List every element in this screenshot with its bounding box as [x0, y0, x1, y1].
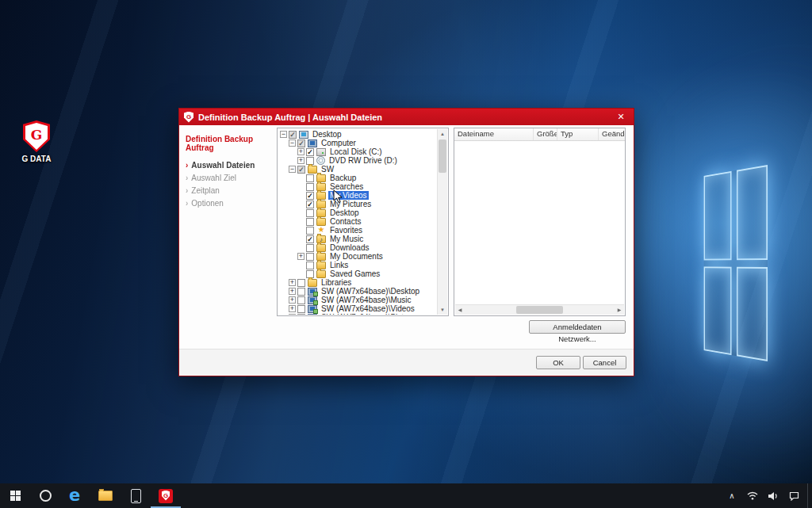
sidebar-item-auswahl-ziel[interactable]: ›Auswahl Ziel: [186, 173, 274, 183]
tree-item-label[interactable]: My Documents: [328, 252, 385, 261]
tree-item-label[interactable]: Computer: [320, 139, 358, 147]
tree-item[interactable]: Downloads: [278, 243, 436, 252]
tree-item-label[interactable]: SW (AW7x64base)\Desktop: [320, 287, 421, 296]
tree-item-label[interactable]: Saved Games: [328, 269, 381, 278]
tree-item-label[interactable]: SW (AW7x64base)\Videos: [320, 304, 416, 313]
tree-item[interactable]: My Documents: [278, 252, 436, 261]
checkbox[interactable]: [306, 209, 314, 217]
expand-toggle[interactable]: [289, 288, 296, 295]
tree-item-label[interactable]: Favorites: [328, 226, 364, 235]
desktop-icon-gdata[interactable]: G DATA: [13, 120, 60, 163]
scroll-down-arrow[interactable]: ▼: [438, 305, 447, 315]
network-credentials-button[interactable]: Anmeldedaten Netzwerk...: [529, 320, 626, 334]
tree-item[interactable]: Favorites: [278, 226, 436, 235]
cancel-button[interactable]: Cancel: [583, 356, 626, 369]
close-icon[interactable]: ✕: [613, 112, 629, 122]
tree-item[interactable]: SW (AW7x64base)\Music: [278, 296, 436, 304]
edge-browser-button[interactable]: [60, 483, 90, 508]
checkbox[interactable]: [289, 131, 297, 139]
tree-item[interactable]: My Music: [278, 235, 436, 243]
tree-item-label[interactable]: My Videos: [328, 191, 369, 200]
tree-item-label[interactable]: Links: [328, 261, 350, 269]
tree-item-label[interactable]: Local Disk (C:): [328, 147, 384, 156]
checkbox[interactable]: [297, 279, 305, 287]
tree-item[interactable]: Searches: [278, 182, 436, 191]
checkbox[interactable]: [297, 314, 305, 315]
checkbox[interactable]: [297, 139, 305, 147]
expand-toggle[interactable]: [297, 157, 304, 164]
column-header-3[interactable]: Geändert: [599, 128, 625, 140]
tree-item[interactable]: Desktop: [278, 208, 436, 217]
tree-item[interactable]: Contacts: [278, 217, 436, 226]
tree-vertical-scrollbar[interactable]: ▲ ▼: [437, 129, 447, 315]
tree-item[interactable]: SW (AW7x64base)\Pictures: [278, 313, 436, 315]
tree-item[interactable]: Links: [278, 261, 436, 269]
ok-button[interactable]: OK: [536, 356, 580, 369]
app-button[interactable]: [121, 483, 151, 508]
expand-toggle[interactable]: [289, 166, 296, 173]
checkbox[interactable]: [306, 174, 314, 182]
tree-item-label[interactable]: Searches: [328, 182, 365, 191]
tree-item-label[interactable]: DVD RW Drive (D:): [327, 156, 399, 165]
scrollbar-thumb[interactable]: [516, 306, 564, 314]
file-explorer-button[interactable]: [90, 483, 121, 508]
checkbox[interactable]: [306, 218, 314, 226]
tree-item[interactable]: My Pictures: [278, 200, 436, 208]
checkbox[interactable]: [306, 192, 314, 200]
tree-item[interactable]: My Videos: [278, 191, 436, 200]
action-center-icon[interactable]: [785, 483, 802, 508]
tree-item[interactable]: SW (AW7x64base)\Desktop: [278, 287, 436, 296]
show-desktop-button[interactable]: [807, 483, 812, 508]
checkbox[interactable]: [297, 166, 305, 174]
column-header-0[interactable]: Dateiname: [454, 128, 534, 140]
tree-item-label[interactable]: Contacts: [328, 217, 362, 226]
start-button[interactable]: [0, 483, 30, 508]
tree-item-label[interactable]: SW (AW7x64base)\Music: [320, 296, 413, 304]
column-header-2[interactable]: Typ: [557, 128, 599, 140]
tree-item-label[interactable]: SW: [320, 165, 335, 174]
tree-item[interactable]: Computer: [278, 139, 436, 147]
tree-item[interactable]: Local Disk (C:): [278, 147, 436, 156]
expand-toggle[interactable]: [289, 296, 296, 304]
expand-toggle[interactable]: [280, 131, 287, 138]
expand-toggle[interactable]: [289, 279, 296, 286]
expand-toggle[interactable]: [297, 148, 304, 155]
tree-item[interactable]: SW (AW7x64base)\Videos: [278, 304, 436, 313]
scrollbar-thumb[interactable]: [439, 139, 446, 173]
checkbox[interactable]: [306, 227, 314, 235]
scroll-up-arrow[interactable]: ▲: [438, 129, 447, 139]
checkbox[interactable]: [306, 244, 314, 252]
sidebar-item-optionen[interactable]: ›Optionen: [186, 198, 274, 208]
checkbox[interactable]: [306, 183, 314, 191]
tree-item[interactable]: Saved Games: [278, 269, 436, 278]
tree-item-label[interactable]: SW (AW7x64base)\Pictures: [320, 313, 421, 315]
hidden-icons-chevron[interactable]: ∧: [723, 483, 741, 508]
checkbox[interactable]: [297, 296, 305, 304]
checkbox[interactable]: [297, 288, 305, 296]
checkbox[interactable]: [306, 235, 314, 243]
scroll-right-arrow[interactable]: ▶: [615, 305, 624, 315]
tree-item[interactable]: SW: [278, 165, 436, 174]
tree-item-label[interactable]: Backup: [328, 174, 358, 182]
network-wifi-icon[interactable]: [744, 483, 761, 508]
tree-item-label[interactable]: Libraries: [320, 278, 353, 287]
dialog-title-bar[interactable]: Definition Backup Auftrag | Auswahl Date…: [179, 109, 634, 125]
checkbox[interactable]: [297, 305, 305, 313]
tree-item[interactable]: Libraries: [278, 278, 436, 287]
tree-item-label[interactable]: My Music: [328, 235, 365, 243]
search-button[interactable]: [30, 483, 60, 508]
volume-icon[interactable]: [764, 483, 782, 508]
scroll-left-arrow[interactable]: ◀: [455, 305, 465, 315]
tree-item-label[interactable]: Desktop: [328, 208, 361, 217]
list-horizontal-scrollbar[interactable]: ◀ ▶: [455, 304, 624, 315]
expand-toggle[interactable]: [289, 139, 296, 147]
checkbox[interactable]: [306, 253, 314, 261]
expand-toggle[interactable]: [289, 305, 296, 312]
tree-item[interactable]: Backup: [278, 174, 436, 182]
gdata-app-button[interactable]: [151, 483, 181, 508]
checkbox[interactable]: [306, 201, 314, 208]
expand-toggle[interactable]: [297, 253, 304, 260]
tree-item-label[interactable]: My Pictures: [328, 200, 373, 208]
sidebar-item-zeitplan[interactable]: ›Zeitplan: [186, 185, 274, 196]
checkbox[interactable]: [306, 148, 314, 156]
